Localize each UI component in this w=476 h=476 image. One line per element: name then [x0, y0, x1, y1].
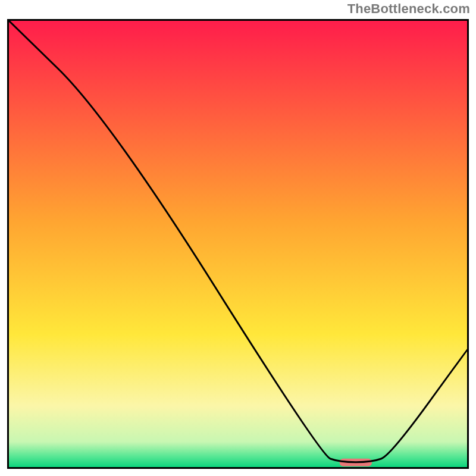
chart-container: TheBottleneck.com	[0, 0, 476, 476]
gradient-rect	[7, 19, 469, 469]
watermark-label: TheBottleneck.com	[347, 1, 470, 17]
chart-svg	[7, 19, 469, 469]
chart-frame	[7, 19, 469, 469]
